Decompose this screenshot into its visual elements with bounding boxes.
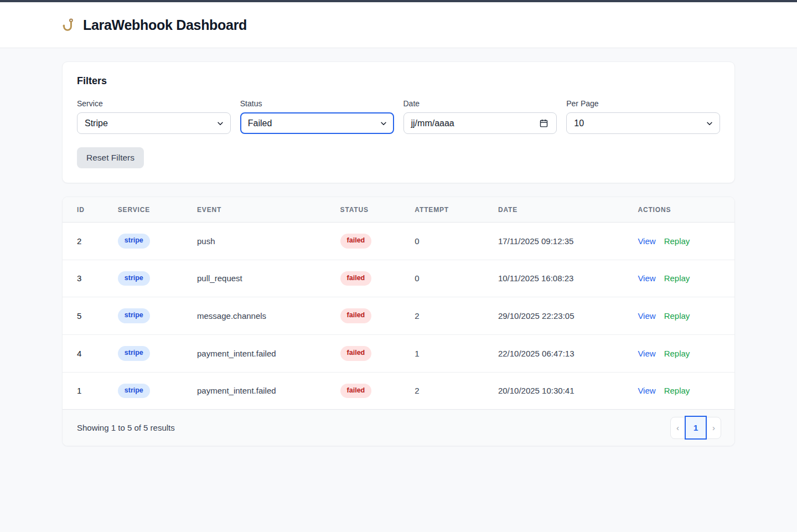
replay-link[interactable]: Replay xyxy=(664,236,690,246)
reset-filters-button[interactable]: Reset Filters xyxy=(77,147,144,168)
replay-link[interactable]: Replay xyxy=(664,273,690,283)
service-field: Service Stripe xyxy=(77,99,231,134)
service-badge: stripe xyxy=(118,271,150,286)
view-link[interactable]: View xyxy=(638,386,655,395)
row-attempt: 0 xyxy=(406,223,489,260)
table-row: 3 stripe pull_request failed 0 10/11/202… xyxy=(63,260,734,297)
pagination-page-1-button[interactable]: 1 xyxy=(685,416,707,440)
status-badge: failed xyxy=(340,271,372,286)
filters-card: Filters Service Stripe Status xyxy=(62,61,735,183)
date-field: Date jj/mm/aaaa xyxy=(403,99,557,134)
view-link[interactable]: View xyxy=(638,349,655,358)
column-header-service: SERVICE xyxy=(109,197,188,223)
row-event: pull_request xyxy=(188,260,332,297)
date-label: Date xyxy=(403,99,557,108)
pagination: ‹ 1 › xyxy=(670,416,721,440)
date-input[interactable]: jj/mm/aaaa xyxy=(403,112,557,134)
per-page-field: Per Page 10 xyxy=(566,99,720,134)
row-attempt: 2 xyxy=(406,372,489,409)
service-badge: stripe xyxy=(118,234,150,249)
row-id: 3 xyxy=(63,260,109,297)
replay-link[interactable]: Replay xyxy=(664,386,690,395)
column-header-id: ID xyxy=(63,197,109,223)
status-badge: failed xyxy=(340,384,372,399)
status-badge: failed xyxy=(340,308,372,323)
row-attempt: 1 xyxy=(406,334,489,372)
filters-heading: Filters xyxy=(77,75,720,87)
row-date: 20/10/2025 10:30:41 xyxy=(489,372,629,409)
webhooks-table: ID SERVICE EVENT STATUS ATTEMPT DATE ACT… xyxy=(63,197,734,409)
service-label: Service xyxy=(77,99,231,108)
page-title: LaraWebhook Dashboard xyxy=(83,17,247,33)
pagination-next-button[interactable]: › xyxy=(706,417,721,439)
row-date: 22/10/2025 06:47:13 xyxy=(489,334,629,372)
row-event: message.channels xyxy=(188,297,332,335)
status-label: Status xyxy=(240,99,394,108)
column-header-attempt: ATTEMPT xyxy=(406,197,489,223)
row-id: 4 xyxy=(63,334,109,372)
view-link[interactable]: View xyxy=(638,236,655,246)
service-badge: stripe xyxy=(118,346,150,361)
table-body: 2 stripe push failed 0 17/11/2025 09:12:… xyxy=(63,223,734,410)
view-link[interactable]: View xyxy=(638,273,655,283)
service-badge: stripe xyxy=(118,384,150,399)
column-header-event: EVENT xyxy=(188,197,332,223)
row-date: 17/11/2025 09:12:35 xyxy=(489,223,629,260)
status-badge: failed xyxy=(340,234,372,249)
date-placeholder: jj/mm/aaaa xyxy=(411,118,454,128)
column-header-date: DATE xyxy=(489,197,629,223)
table-row: 4 stripe payment_intent.failed failed 1 … xyxy=(63,334,734,372)
view-link[interactable]: View xyxy=(638,311,655,321)
row-id: 2 xyxy=(63,223,109,260)
status-field: Status Failed xyxy=(240,99,394,134)
row-attempt: 0 xyxy=(406,260,489,297)
table-header-row: ID SERVICE EVENT STATUS ATTEMPT DATE ACT… xyxy=(63,197,734,223)
column-header-status: STATUS xyxy=(332,197,406,223)
chevron-right-icon: › xyxy=(712,423,715,432)
row-event: payment_intent.failed xyxy=(188,372,332,409)
row-id: 5 xyxy=(63,297,109,335)
row-date: 10/11/2025 16:08:23 xyxy=(489,260,629,297)
hook-icon xyxy=(62,18,77,33)
replay-link[interactable]: Replay xyxy=(664,311,690,321)
service-select[interactable]: Stripe xyxy=(77,112,231,134)
webhooks-table-card: ID SERVICE EVENT STATUS ATTEMPT DATE ACT… xyxy=(62,197,735,446)
status-badge: failed xyxy=(340,346,372,361)
service-badge: stripe xyxy=(118,308,150,323)
status-select[interactable]: Failed xyxy=(240,112,394,134)
row-attempt: 2 xyxy=(406,297,489,335)
table-row: 2 stripe push failed 0 17/11/2025 09:12:… xyxy=(63,223,734,260)
row-event: payment_intent.failed xyxy=(188,334,332,372)
per-page-select[interactable]: 10 xyxy=(566,112,720,134)
column-header-actions: ACTIONS xyxy=(629,197,734,223)
results-summary: Showing 1 to 5 of 5 results xyxy=(77,423,175,432)
replay-link[interactable]: Replay xyxy=(664,349,690,358)
row-id: 1 xyxy=(63,372,109,409)
chevron-left-icon: ‹ xyxy=(676,423,679,432)
per-page-label: Per Page xyxy=(566,99,720,108)
table-row: 1 stripe payment_intent.failed failed 2 … xyxy=(63,372,734,409)
calendar-icon[interactable] xyxy=(539,118,548,128)
row-event: push xyxy=(188,223,332,260)
pagination-prev-button[interactable]: ‹ xyxy=(670,417,685,439)
table-row: 5 stripe message.channels failed 2 29/10… xyxy=(63,297,734,335)
table-footer: Showing 1 to 5 of 5 results ‹ 1 › xyxy=(63,409,734,446)
site-header: LaraWebhook Dashboard xyxy=(0,2,797,48)
main-content: Filters Service Stripe Status xyxy=(0,48,797,446)
row-date: 29/10/2025 22:23:05 xyxy=(489,297,629,335)
